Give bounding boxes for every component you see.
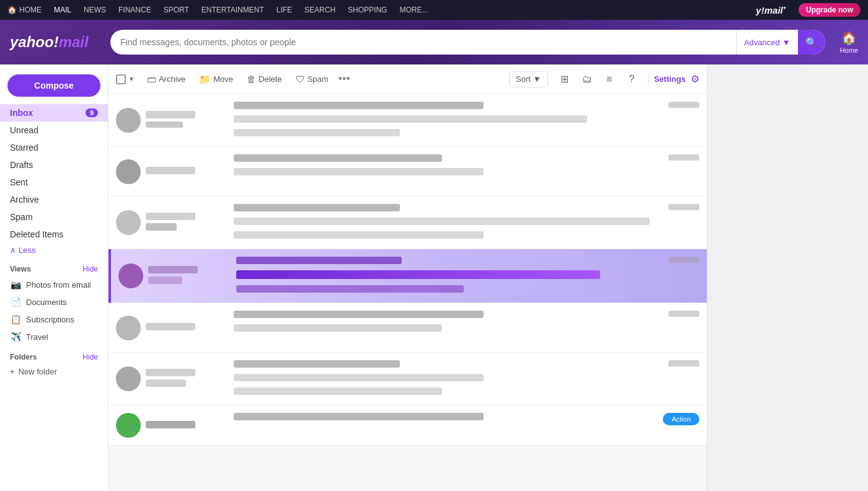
subscriptions-icon: 📋 [10,314,21,325]
settings-link[interactable]: Settings [654,74,686,84]
sort-button[interactable]: Sort ▼ [509,71,548,87]
view-grid-button[interactable]: ⊞ [556,70,574,89]
move-action[interactable]: 📁 Move [193,71,239,88]
email-list: Action [108,94,707,491]
sidebar-item-starred[interactable]: Starred [0,139,108,156]
more-actions-button[interactable]: ••• [336,73,353,86]
home-button[interactable]: 🏠 Home [840,30,858,54]
chevron-down-icon: ▼ [782,38,790,47]
email-item[interactable] [108,94,707,147]
sidebar-item-spam[interactable]: Spam [0,208,108,226]
sender-name [146,111,195,118]
select-dropdown-arrow[interactable]: ▼ [128,76,135,82]
nav-sport[interactable]: SPORT [164,6,189,14]
view-compact-button[interactable]: 🗂 [578,70,596,89]
top-navigation: 🏠 HOME MAIL NEWS FINANCE SPORT ENTERTAIN… [0,0,868,20]
nav-more[interactable]: MORE... [399,6,428,14]
spam-action[interactable]: 🛡 Spam [290,71,335,87]
main-layout: Compose Inbox 9 Unread Starred Drafts Se… [0,64,868,491]
trash-icon: 🗑 [247,74,256,84]
sidebar-item-inbox[interactable]: Inbox 9 [0,104,108,122]
email-toolbar: ▼ 🗃 Archive 📁 Move 🗑 Delete 🛡 Spam [108,64,707,94]
inbox-badge: 9 [86,108,98,117]
grid-icon: ⊞ [560,73,569,85]
photos-icon: 📷 [10,279,21,290]
home-icon: 🏠 [7,6,17,14]
settings-gear-icon[interactable]: ⚙ [691,73,699,85]
nav-home[interactable]: 🏠 HOME [7,6,42,14]
sidebar-item-subscriptions[interactable]: 📋 Subscriptions [0,311,108,328]
sidebar-item-deleted[interactable]: Deleted Items [0,226,108,243]
help-icon: ? [629,74,634,85]
upgrade-button[interactable]: Upgrade now [799,3,861,17]
email-item[interactable] [108,303,707,353]
yahoo-mail-plus-logo: y!mail+ [756,5,786,15]
header-right: 🏠 Home [840,30,858,54]
views-hide-button[interactable]: Hide [82,265,98,273]
avatar [116,316,141,340]
sidebar-item-travel[interactable]: ✈️ Travel [0,328,108,345]
email-item[interactable] [108,147,707,197]
sidebar-item-unread[interactable]: Unread [0,122,108,139]
list-icon: ≡ [606,74,612,85]
email-item[interactable] [108,197,707,249]
folders-section: Folders Hide + New folder [0,350,108,379]
view-list-button[interactable]: ≡ [600,70,619,89]
search-input[interactable] [110,37,736,47]
sidebar-item-sent[interactable]: Sent [0,174,108,191]
nav-entertainment[interactable]: ENTERTAINMENT [202,6,264,14]
email-area: ▼ 🗃 Archive 📁 Move 🗑 Delete 🛡 Spam [108,64,707,491]
chevron-up-icon: ∧ [10,246,16,255]
compose-button[interactable]: Compose [7,74,100,97]
sort-chevron-icon: ▼ [533,74,541,84]
search-icon: 🔍 [805,37,818,48]
house-icon: 🏠 [841,30,857,45]
nav-life[interactable]: LIFE [277,6,292,14]
email-item[interactable]: Action [108,405,707,446]
plus-icon: + [10,367,15,376]
email-item[interactable] [108,353,707,405]
select-all-checkbox[interactable]: ▼ [116,74,135,84]
spam-icon: 🛡 [296,74,305,84]
folders-hide-button[interactable]: Hide [82,353,98,361]
advanced-search-button[interactable]: Advanced ▼ [736,30,798,55]
avatar [116,108,141,133]
sidebar-item-drafts[interactable]: Drafts [0,156,108,174]
action-button[interactable]: Action [663,413,699,425]
nav-search[interactable]: SEARCH [304,6,335,14]
nav-news[interactable]: NEWS [84,6,106,14]
nav-finance[interactable]: FINANCE [118,6,151,14]
nav-mail[interactable]: MAIL [54,6,71,14]
right-panel [707,64,868,491]
help-button[interactable]: ? [622,70,641,89]
nav-shopping[interactable]: SHOPPING [348,6,387,14]
archive-action[interactable]: 🗃 Archive [141,71,192,87]
avatar [116,366,141,391]
header-bar: yahoo!mail Advanced ▼ 🔍 🏠 Home [0,20,868,64]
travel-icon: ✈️ [10,331,21,342]
archive-icon: 🗃 [147,74,156,84]
search-bar: Advanced ▼ 🔍 [110,30,825,55]
yahoo-mail-logo: yahoo!mail [10,33,103,51]
views-section: Views Hide 📷 Photos from email 📄 Documen… [0,262,108,345]
avatar [116,159,141,184]
new-folder-button[interactable]: + New folder [0,364,108,379]
search-submit-button[interactable]: 🔍 [798,30,825,55]
less-button[interactable]: ∧ Less [0,243,108,257]
sidebar-item-archive[interactable]: Archive [0,191,108,208]
avatar [116,210,141,235]
avatar [118,263,143,288]
compact-icon: 🗂 [582,74,592,85]
sidebar-item-documents[interactable]: 📄 Documents [0,293,108,311]
email-item[interactable] [108,249,707,303]
sidebar: Compose Inbox 9 Unread Starred Drafts Se… [0,64,108,491]
move-icon: 📁 [199,74,211,85]
avatar [116,413,141,438]
delete-action[interactable]: 🗑 Delete [241,71,288,87]
documents-icon: 📄 [10,296,21,307]
sidebar-item-photos[interactable]: 📷 Photos from email [0,276,108,293]
